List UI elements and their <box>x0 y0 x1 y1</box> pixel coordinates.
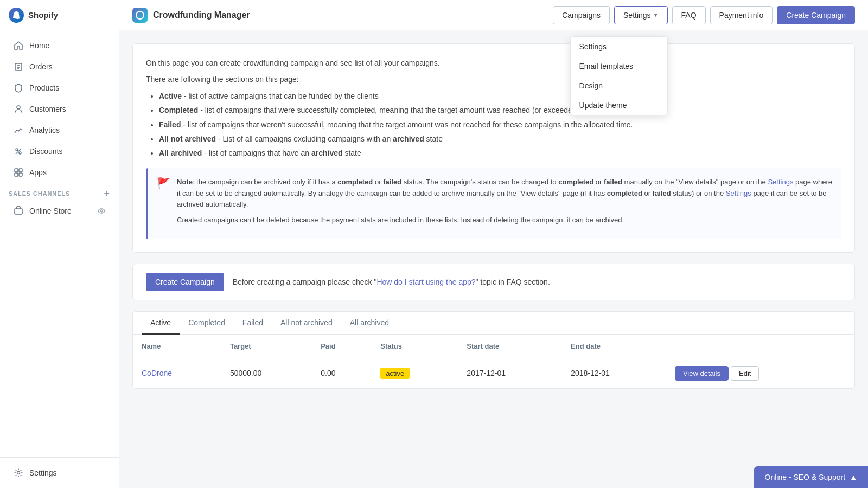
settings-dropdown-container: Settings ▼ Settings Email templates Desi… <box>614 6 668 24</box>
svg-point-15 <box>17 472 20 474</box>
svg-point-6 <box>19 152 21 154</box>
sidebar-item-discounts[interactable]: Discounts <box>4 141 114 162</box>
col-status: Status <box>372 335 458 358</box>
svg-point-14 <box>100 210 103 212</box>
faq-link[interactable]: How do I start using the app? <box>376 278 475 286</box>
svg-rect-9 <box>19 169 22 172</box>
sales-channels-section-title: SALES CHANNELS + <box>0 183 119 201</box>
tab-active[interactable]: Active <box>142 312 180 335</box>
sidebar-item-customers-label: Customers <box>29 105 66 113</box>
intro-text-1: On this page you can create crowdfunding… <box>146 57 841 69</box>
payment-info-button[interactable]: Payment info <box>710 6 773 24</box>
main-area: Crowdfunding Manager Campaigns Settings … <box>119 0 868 488</box>
logo-text: Shopify <box>28 10 58 20</box>
campaigns-card: Active Completed Failed All not archived… <box>132 311 855 389</box>
sidebar-item-apps[interactable]: Apps <box>4 162 114 183</box>
tab-completed[interactable]: Completed <box>180 312 234 335</box>
dropdown-item-update-theme[interactable]: Update theme <box>571 95 667 115</box>
chevron-down-icon: ▼ <box>653 12 659 18</box>
customers-icon <box>13 104 24 114</box>
eye-icon[interactable] <box>97 207 106 215</box>
campaign-actions-cell: View details Edit <box>666 358 854 388</box>
campaign-target-cell: 50000.00 <box>221 358 312 388</box>
svg-rect-8 <box>15 169 18 172</box>
sidebar-item-products[interactable]: Products <box>4 78 114 98</box>
create-campaign-button-top[interactable]: Create Campaign <box>777 6 855 24</box>
info-card: On this page you can create crowdfunding… <box>132 43 855 253</box>
note-box: 🚩 Note: the campaign can be archived onl… <box>146 168 841 239</box>
tab-all-not-archived[interactable]: All not archived <box>272 312 341 335</box>
settings-button[interactable]: Settings ▼ <box>614 6 668 24</box>
sidebar-item-home[interactable]: Home <box>4 35 114 56</box>
col-start-date: Start date <box>458 335 562 358</box>
tab-failed[interactable]: Failed <box>234 312 272 335</box>
campaign-tabs: Active Completed Failed All not archived… <box>133 312 854 335</box>
table-row: CoDrone 50000.00 0.00 active 2017-12-01 … <box>133 358 854 388</box>
create-bar-text: Before creating a campaign please check … <box>233 278 550 286</box>
col-actions <box>666 335 854 358</box>
create-campaign-bar: Create Campaign Before creating a campai… <box>132 264 855 300</box>
content-area: On this page you can create crowdfunding… <box>119 30 868 488</box>
sidebar-item-customers[interactable]: Customers <box>4 99 114 119</box>
chevron-down-icon: ▲ <box>850 473 857 481</box>
analytics-icon <box>13 125 24 136</box>
apps-icon <box>13 167 24 178</box>
campaigns-table: Name Target Paid Status Start date End d… <box>133 335 854 388</box>
col-target: Target <box>221 335 312 358</box>
settings-link-1[interactable]: Settings <box>768 178 793 186</box>
sidebar-item-analytics[interactable]: Analytics <box>4 120 114 140</box>
sidebar-item-analytics-label: Analytics <box>29 126 60 134</box>
list-item-active: Active - list of active campaigns that c… <box>159 90 841 102</box>
svg-rect-12 <box>15 209 22 214</box>
sidebar-item-discounts-label: Discounts <box>29 147 62 156</box>
products-icon <box>13 82 24 93</box>
sidebar-item-online-store[interactable]: Online Store <box>4 201 114 221</box>
sidebar-item-settings[interactable]: Settings <box>4 463 114 483</box>
page-title: Crowdfunding Manager <box>153 10 250 20</box>
campaign-link[interactable]: CoDrone <box>142 369 172 377</box>
tab-all-archived[interactable]: All archived <box>341 312 398 335</box>
chat-widget[interactable]: Online - SEO & Support ▲ <box>754 466 869 488</box>
campaign-name-cell: CoDrone <box>133 358 221 388</box>
shopify-icon <box>9 8 24 23</box>
home-icon <box>13 40 24 51</box>
sidebar-item-orders-label: Orders <box>29 62 53 71</box>
sidebar-item-settings-label: Settings <box>29 468 57 477</box>
status-badge: active <box>380 368 410 379</box>
campaign-end-date-cell: 2018-12-01 <box>562 358 666 388</box>
discounts-icon <box>13 146 24 157</box>
table-container: Name Target Paid Status Start date End d… <box>133 335 854 388</box>
svg-point-13 <box>98 209 105 213</box>
sidebar-item-apps-label: Apps <box>29 168 47 177</box>
chat-widget-label: Online - SEO & Support <box>765 473 846 481</box>
app-icon <box>132 8 148 23</box>
orders-icon <box>13 61 24 72</box>
online-store-label: Online Store <box>29 207 72 215</box>
col-paid: Paid <box>312 335 372 358</box>
dropdown-item-email-templates[interactable]: Email templates <box>571 56 667 76</box>
campaigns-button[interactable]: Campaigns <box>553 6 610 24</box>
sidebar-item-orders[interactable]: Orders <box>4 56 114 77</box>
svg-line-7 <box>16 149 21 154</box>
edit-button[interactable]: Edit <box>731 366 759 381</box>
create-campaign-button-main[interactable]: Create Campaign <box>146 273 224 291</box>
online-store-icon <box>13 206 24 216</box>
list-item-failed: Failed - list of campaigns that weren't … <box>159 119 841 131</box>
sidebar-logo: Shopify <box>0 0 119 30</box>
view-details-button[interactable]: View details <box>675 366 729 381</box>
dropdown-item-settings[interactable]: Settings <box>571 37 667 56</box>
svg-rect-10 <box>15 173 18 176</box>
dropdown-item-design[interactable]: Design <box>571 76 667 95</box>
add-channel-button[interactable]: + <box>104 189 110 198</box>
faq-button[interactable]: FAQ <box>672 6 706 24</box>
sidebar-item-home-label: Home <box>29 41 49 50</box>
svg-point-4 <box>17 106 20 109</box>
topbar-actions: Campaigns Settings ▼ Settings Email temp… <box>553 6 855 24</box>
topbar-title-area: Crowdfunding Manager <box>132 8 553 23</box>
settings-link-2[interactable]: Settings <box>726 189 751 197</box>
intro-text-2: There are following the sections on this… <box>146 73 841 85</box>
campaign-paid-cell: 0.00 <box>312 358 372 388</box>
sidebar-bottom: Settings <box>0 457 119 488</box>
campaign-start-date-cell: 2017-12-01 <box>458 358 562 388</box>
settings-dropdown: Settings Email templates Design Update t… <box>570 36 668 115</box>
